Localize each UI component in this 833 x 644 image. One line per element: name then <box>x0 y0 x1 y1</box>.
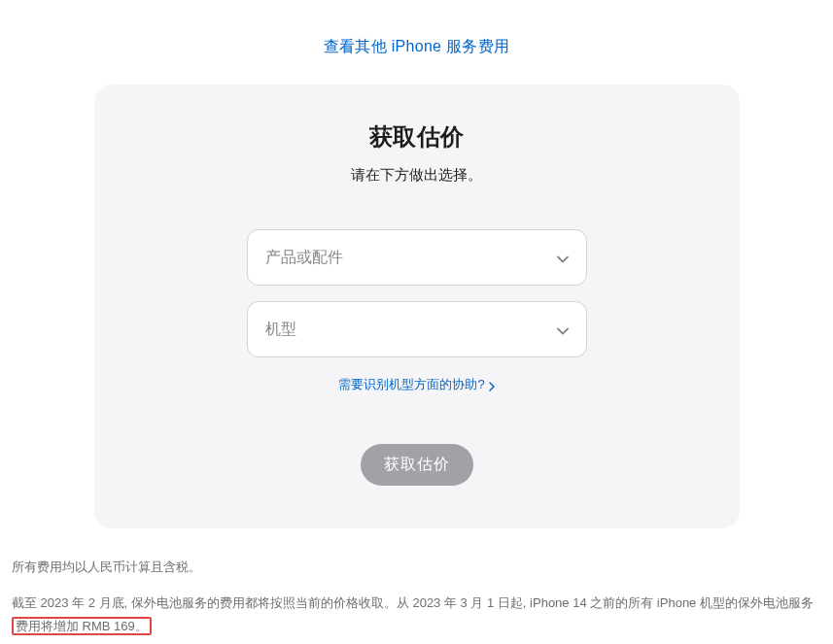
card-title: 获取估价 <box>133 121 701 153</box>
price-increase-highlight: 费用将增加 RMB 169。 <box>12 617 152 635</box>
product-select-placeholder: 产品或配件 <box>265 248 343 268</box>
form-wrapper: 产品或配件 机型 需要识别机型方面的协助? 获取估价 <box>247 229 587 486</box>
footnotes: 所有费用均以人民币计算且含税。 截至 2023 年 2 月底, 保外电池服务的费… <box>0 528 833 639</box>
top-link-container: 查看其他 iPhone 服务费用 <box>0 0 833 85</box>
estimate-card: 获取估价 请在下方做出选择。 产品或配件 机型 需要识别机型方面的协助? 获取估… <box>94 85 740 528</box>
footnote-line-2-text: 截至 2023 年 2 月底, 保外电池服务的费用都将按照当前的价格收取。从 2… <box>12 595 814 610</box>
chevron-down-icon <box>557 323 569 335</box>
card-subtitle: 请在下方做出选择。 <box>133 166 701 185</box>
chevron-right-icon <box>489 380 495 390</box>
other-service-fees-link[interactable]: 查看其他 iPhone 服务费用 <box>324 38 510 54</box>
chevron-down-icon <box>557 252 569 263</box>
footnote-line-1: 所有费用均以人民币计算且含税。 <box>12 556 821 580</box>
get-estimate-button[interactable]: 获取估价 <box>361 444 473 486</box>
help-link-label: 需要识别机型方面的协助? <box>338 376 484 393</box>
model-select-placeholder: 机型 <box>265 320 296 340</box>
footnote-line-2: 截至 2023 年 2 月底, 保外电池服务的费用都将按照当前的价格收取。从 2… <box>12 592 821 639</box>
product-select[interactable]: 产品或配件 <box>247 229 587 286</box>
model-select[interactable]: 机型 <box>247 301 587 357</box>
help-link-container: 需要识别机型方面的协助? <box>247 375 587 393</box>
identify-model-help-link[interactable]: 需要识别机型方面的协助? <box>338 376 494 393</box>
